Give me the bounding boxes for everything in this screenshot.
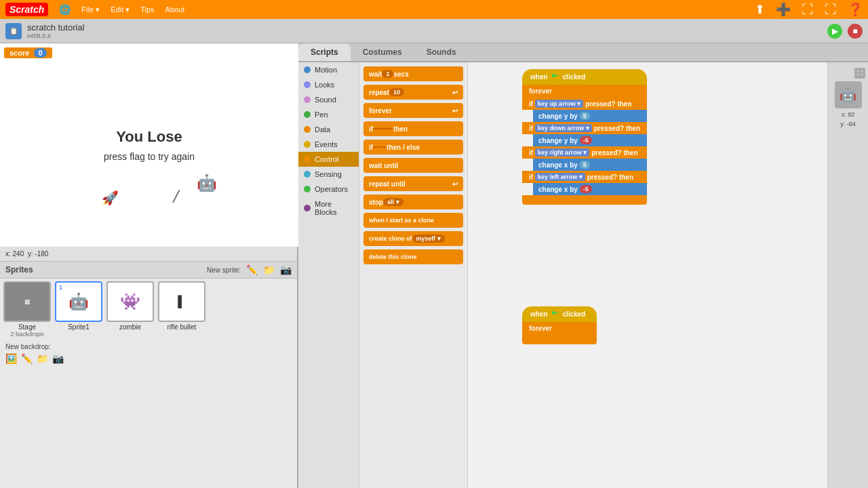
edit-backdrop-tool[interactable]: ✏️ bbox=[21, 353, 33, 364]
shrink-icon[interactable]: ⛶ bbox=[825, 3, 837, 17]
upload-backdrop-tool[interactable]: 📁 bbox=[37, 353, 48, 364]
val-x-5-pos[interactable]: 5 bbox=[580, 161, 590, 169]
if-cond bbox=[373, 128, 393, 129]
palette-forever[interactable]: forever ↩ bbox=[363, 103, 463, 118]
menubar: Scratch 🌐 File ▾ Edit ▾ Tips About ⬆ ➕ ⛶… bbox=[0, 0, 868, 19]
stage: score 0 You Lose press flag to try again… bbox=[0, 43, 298, 247]
block-change-x-left[interactable]: change x by -5 bbox=[533, 183, 647, 195]
tab-sounds[interactable]: Sounds bbox=[414, 43, 469, 61]
upload-sprite-tool[interactable]: 📁 bbox=[263, 264, 275, 275]
block-forever-outer[interactable]: forever bbox=[522, 85, 647, 98]
stage-label: Stage bbox=[18, 323, 36, 331]
palette-delete-clone[interactable]: delete this clone bbox=[363, 249, 463, 264]
backdrop-tools: 🖼️ ✏️ 📁 📷 bbox=[5, 353, 292, 364]
zombie-thumb: 👾 bbox=[106, 281, 154, 322]
key-left-arrow[interactable]: key left arrow ▾ bbox=[535, 173, 585, 181]
menu-edit[interactable]: Edit ▾ bbox=[111, 5, 130, 14]
clone-input[interactable]: myself ▾ bbox=[412, 235, 445, 243]
menu-about[interactable]: About bbox=[165, 5, 185, 14]
val-5-neg[interactable]: -5 bbox=[580, 136, 592, 144]
val-5-pos[interactable]: 5 bbox=[580, 112, 590, 120]
palette-wait[interactable]: wait 1 secs bbox=[363, 66, 463, 81]
scratch-logo[interactable]: Scratch bbox=[5, 3, 48, 16]
block-if-down[interactable]: if key down arrow ▾ pressed? then bbox=[522, 122, 647, 134]
menu-file[interactable]: File ▾ bbox=[81, 5, 100, 14]
project-version: v458.0.4 bbox=[27, 33, 85, 39]
help-icon[interactable]: ❓ bbox=[848, 2, 863, 17]
block-forever-2[interactable]: forever bbox=[522, 322, 597, 335]
cat-data[interactable]: Data bbox=[298, 122, 359, 137]
cat-motion[interactable]: Motion bbox=[298, 62, 359, 77]
palette-when-clone[interactable]: when I start as a clone bbox=[363, 213, 463, 228]
palette-repeat-until[interactable]: repeat until ↩ bbox=[363, 176, 463, 191]
sprite-item-zombie[interactable]: 👾 zombie bbox=[106, 281, 155, 338]
blocks-area: Motion Looks Sound Pen Data Ev bbox=[298, 62, 868, 488]
sprite1-num: 1 bbox=[59, 284, 62, 291]
block-when-clicked-2[interactable]: when clicked bbox=[522, 306, 597, 322]
key-up-arrow[interactable]: key up arrow ▾ bbox=[535, 100, 583, 108]
block-forever-2-end bbox=[522, 335, 597, 344]
block-change-y-up[interactable]: change y by 5 bbox=[533, 110, 647, 122]
script-group-1: when clicked forever if key up arrow ▾ p… bbox=[522, 69, 647, 205]
wait-input[interactable]: 1 bbox=[382, 70, 393, 78]
palette-create-clone[interactable]: create clone of myself ▾ bbox=[363, 231, 463, 246]
palette-stop[interactable]: stop all ▾ bbox=[363, 195, 463, 209]
sprite-rocket: 🚀 bbox=[102, 190, 119, 206]
block-when-clicked-1[interactable]: when clicked bbox=[522, 69, 647, 85]
palette-if[interactable]: if then bbox=[363, 121, 463, 136]
block-change-x-right[interactable]: change x by 5 bbox=[533, 159, 647, 171]
cat-operators[interactable]: Operators bbox=[298, 182, 359, 197]
cat-control[interactable]: Control bbox=[298, 152, 359, 167]
block-if-right[interactable]: if key right arrow ▾ pressed? then bbox=[522, 146, 647, 159]
score-value: 0 bbox=[34, 48, 46, 58]
camera-sprite-tool[interactable]: 📷 bbox=[280, 264, 292, 275]
palette-if-else[interactable]: if then / else bbox=[363, 140, 463, 155]
press-flag-text: press flag to try again bbox=[104, 151, 195, 162]
sprite-item-rifle-bullet[interactable]: ▌ rifle bullet bbox=[157, 281, 206, 338]
sprite-preview-icon: 🤖 bbox=[835, 81, 862, 108]
upload-icon[interactable]: ⬆ bbox=[755, 2, 765, 17]
stage-panel: score 0 You Lose press flag to try again… bbox=[0, 43, 298, 488]
green-flag-button[interactable]: ▶ bbox=[827, 24, 842, 39]
sprites-list: ▦ Stage 2 backdrops 1 🤖 Sprite1 bbox=[0, 279, 297, 340]
if-up-body: change y by 5 bbox=[533, 110, 647, 122]
cat-sound[interactable]: Sound bbox=[298, 92, 359, 107]
expand-button[interactable]: ⛶ bbox=[854, 68, 865, 79]
coord-bar: x: 240 y: -180 bbox=[0, 247, 297, 262]
paint-backdrop-tool[interactable]: 🖼️ bbox=[5, 353, 17, 364]
sprite-item-sprite1[interactable]: 1 🤖 Sprite1 bbox=[54, 281, 103, 338]
palette-wait-until[interactable]: wait until bbox=[363, 158, 463, 173]
palette-repeat[interactable]: repeat 10 ↩ bbox=[363, 85, 463, 100]
block-change-y-down[interactable]: change y by -5 bbox=[533, 134, 647, 146]
if-down-group: if key down arrow ▾ pressed? then change… bbox=[522, 122, 647, 146]
camera-backdrop-tool[interactable]: 📷 bbox=[52, 353, 64, 364]
flag-icon-1 bbox=[552, 74, 559, 81]
globe-icon[interactable]: 🌐 bbox=[59, 4, 71, 15]
cat-pen[interactable]: Pen bbox=[298, 107, 359, 122]
new-backdrop-label: New backdrop: bbox=[5, 343, 51, 350]
fullscreen-icon[interactable]: ⛶ bbox=[802, 3, 814, 17]
script-canvas[interactable]: when clicked forever if key up arrow ▾ p… bbox=[468, 62, 827, 488]
key-down-arrow[interactable]: key down arrow ▾ bbox=[535, 124, 592, 132]
val-x-5-neg[interactable]: -5 bbox=[580, 185, 592, 193]
stop-input[interactable]: all ▾ bbox=[383, 198, 403, 206]
sprite1-thumb: 1 🤖 bbox=[55, 281, 102, 322]
block-if-up[interactable]: if key up arrow ▾ pressed? then bbox=[522, 98, 647, 110]
stage-thumb[interactable]: ▦ Stage 2 backdrops bbox=[3, 281, 52, 338]
sprite-y-coord: y: -64 bbox=[840, 121, 856, 127]
stop-button[interactable]: ■ bbox=[848, 24, 863, 39]
block-if-left[interactable]: if key left arrow ▾ pressed? then bbox=[522, 171, 647, 183]
add-icon[interactable]: ➕ bbox=[776, 2, 791, 17]
cat-sensing[interactable]: Sensing bbox=[298, 167, 359, 182]
project-name[interactable]: scratch tutorial bbox=[27, 22, 85, 33]
tab-scripts[interactable]: Scripts bbox=[298, 43, 351, 61]
menu-tips[interactable]: Tips bbox=[140, 5, 154, 14]
repeat-input[interactable]: 10 bbox=[389, 88, 404, 96]
cat-events[interactable]: Events bbox=[298, 137, 359, 152]
cat-more-blocks[interactable]: More Blocks bbox=[298, 197, 359, 220]
tab-costumes[interactable]: Costumes bbox=[351, 43, 414, 61]
palette: wait 1 secs repeat 10 ↩ forever ↩ if the… bbox=[359, 62, 468, 488]
cat-looks[interactable]: Looks bbox=[298, 77, 359, 92]
paint-sprite-tool[interactable]: ✏️ bbox=[246, 264, 258, 275]
key-right-arrow[interactable]: key right arrow ▾ bbox=[535, 148, 589, 157]
